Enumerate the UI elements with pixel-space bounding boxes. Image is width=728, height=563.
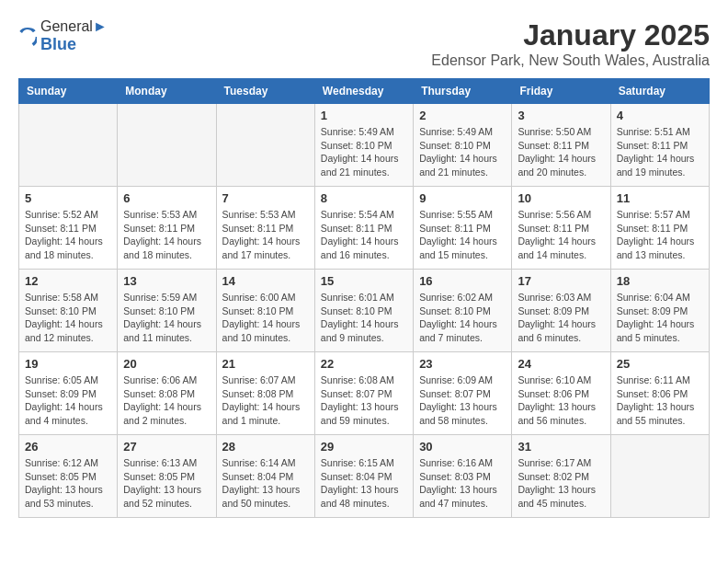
calendar-cell: 7Sunrise: 5:53 AM Sunset: 8:11 PM Daylig…: [216, 187, 314, 270]
day-info: Sunrise: 6:03 AM Sunset: 8:09 PM Dayligh…: [518, 291, 604, 345]
day-number: 31: [518, 440, 604, 454]
weekday-header-monday: Monday: [118, 79, 216, 104]
day-number: 20: [123, 357, 210, 371]
calendar-cell: 28Sunrise: 6:14 AM Sunset: 8:04 PM Dayli…: [216, 435, 314, 518]
day-number: 2: [419, 109, 506, 122]
weekday-header-tuesday: Tuesday: [216, 79, 314, 104]
day-info: Sunrise: 6:09 AM Sunset: 8:07 PM Dayligh…: [419, 373, 506, 428]
day-info: Sunrise: 6:04 AM Sunset: 8:09 PM Dayligh…: [617, 291, 703, 345]
calendar-cell: 12Sunrise: 5:58 AM Sunset: 8:10 PM Dayli…: [19, 270, 118, 352]
calendar-cell: 4Sunrise: 5:51 AM Sunset: 8:11 PM Daylig…: [610, 104, 709, 187]
logo-blue-text: ►: [93, 18, 108, 34]
day-number: 22: [321, 357, 407, 371]
calendar-cell: 17Sunrise: 6:03 AM Sunset: 8:09 PM Dayli…: [512, 270, 610, 352]
day-info: Sunrise: 5:57 AM Sunset: 8:11 PM Dayligh…: [617, 208, 703, 262]
weekday-header-friday: Friday: [512, 79, 610, 104]
day-info: Sunrise: 5:58 AM Sunset: 8:10 PM Dayligh…: [25, 291, 111, 345]
day-info: Sunrise: 5:51 AM Sunset: 8:11 PM Dayligh…: [617, 125, 703, 179]
calendar-cell: 9Sunrise: 5:55 AM Sunset: 8:11 PM Daylig…: [414, 187, 512, 270]
calendar-cell: [19, 104, 118, 187]
page-header: General► Blue January 2025 Edensor Park,…: [18, 18, 710, 69]
weekday-header-row: SundayMondayTuesdayWednesdayThursdayFrid…: [19, 79, 710, 104]
day-info: Sunrise: 6:06 AM Sunset: 8:08 PM Dayligh…: [123, 373, 210, 428]
day-info: Sunrise: 5:55 AM Sunset: 8:11 PM Dayligh…: [419, 208, 506, 262]
day-number: 30: [419, 440, 506, 454]
day-info: Sunrise: 6:05 AM Sunset: 8:09 PM Dayligh…: [25, 373, 111, 428]
day-number: 16: [419, 274, 506, 288]
day-info: Sunrise: 6:16 AM Sunset: 8:03 PM Dayligh…: [419, 456, 506, 511]
logo-icon: [18, 28, 37, 46]
day-info: Sunrise: 6:02 AM Sunset: 8:10 PM Dayligh…: [419, 291, 506, 345]
day-number: 19: [25, 357, 111, 371]
calendar-cell: 3Sunrise: 5:50 AM Sunset: 8:11 PM Daylig…: [512, 104, 610, 187]
calendar-cell: 15Sunrise: 6:01 AM Sunset: 8:10 PM Dayli…: [314, 270, 413, 352]
calendar-cell: 2Sunrise: 5:49 AM Sunset: 8:10 PM Daylig…: [414, 104, 512, 187]
day-info: Sunrise: 6:12 AM Sunset: 8:05 PM Dayligh…: [25, 456, 111, 511]
calendar-cell: 25Sunrise: 6:11 AM Sunset: 8:06 PM Dayli…: [610, 352, 709, 435]
day-number: 14: [222, 274, 309, 288]
calendar-week-row: 26Sunrise: 6:12 AM Sunset: 8:05 PM Dayli…: [19, 435, 710, 518]
day-info: Sunrise: 6:15 AM Sunset: 8:04 PM Dayligh…: [321, 456, 407, 511]
day-number: 9: [419, 191, 506, 205]
calendar-cell: [216, 104, 314, 187]
day-info: Sunrise: 6:01 AM Sunset: 8:10 PM Dayligh…: [321, 291, 407, 345]
logo-blue-word: Blue: [40, 35, 108, 54]
day-info: Sunrise: 5:49 AM Sunset: 8:10 PM Dayligh…: [321, 125, 407, 179]
day-number: 12: [25, 274, 111, 288]
calendar-cell: 31Sunrise: 6:17 AM Sunset: 8:02 PM Dayli…: [512, 435, 610, 518]
day-info: Sunrise: 6:17 AM Sunset: 8:02 PM Dayligh…: [518, 456, 604, 511]
calendar-cell: 21Sunrise: 6:07 AM Sunset: 8:08 PM Dayli…: [216, 352, 314, 435]
calendar-week-row: 12Sunrise: 5:58 AM Sunset: 8:10 PM Dayli…: [19, 270, 710, 352]
day-number: 13: [123, 274, 210, 288]
day-info: Sunrise: 6:11 AM Sunset: 8:06 PM Dayligh…: [617, 373, 703, 428]
day-number: 26: [25, 440, 111, 454]
calendar-cell: [118, 104, 216, 187]
weekday-header-wednesday: Wednesday: [314, 79, 413, 104]
calendar-table: SundayMondayTuesdayWednesdayThursdayFrid…: [18, 78, 710, 518]
calendar-cell: 14Sunrise: 6:00 AM Sunset: 8:10 PM Dayli…: [216, 270, 314, 352]
day-info: Sunrise: 6:07 AM Sunset: 8:08 PM Dayligh…: [222, 373, 309, 428]
calendar-cell: 16Sunrise: 6:02 AM Sunset: 8:10 PM Dayli…: [414, 270, 512, 352]
logo: General► Blue: [18, 18, 108, 54]
day-info: Sunrise: 5:49 AM Sunset: 8:10 PM Dayligh…: [419, 125, 506, 179]
day-number: 7: [222, 191, 309, 205]
day-number: 3: [518, 109, 604, 122]
calendar-cell: 18Sunrise: 6:04 AM Sunset: 8:09 PM Dayli…: [610, 270, 709, 352]
location-title: Edensor Park, New South Wales, Australia: [431, 52, 710, 69]
calendar-cell: 6Sunrise: 5:53 AM Sunset: 8:11 PM Daylig…: [118, 187, 216, 270]
calendar-week-row: 5Sunrise: 5:52 AM Sunset: 8:11 PM Daylig…: [19, 187, 710, 270]
day-info: Sunrise: 6:14 AM Sunset: 8:04 PM Dayligh…: [222, 456, 309, 511]
day-info: Sunrise: 5:59 AM Sunset: 8:10 PM Dayligh…: [123, 291, 210, 345]
day-info: Sunrise: 5:54 AM Sunset: 8:11 PM Dayligh…: [321, 208, 407, 262]
calendar-cell: 5Sunrise: 5:52 AM Sunset: 8:11 PM Daylig…: [19, 187, 118, 270]
day-number: 29: [321, 440, 407, 454]
calendar-week-row: 1Sunrise: 5:49 AM Sunset: 8:10 PM Daylig…: [19, 104, 710, 187]
day-number: 17: [518, 274, 604, 288]
day-info: Sunrise: 6:08 AM Sunset: 8:07 PM Dayligh…: [321, 373, 407, 428]
day-number: 25: [617, 357, 703, 371]
title-block: January 2025 Edensor Park, New South Wal…: [431, 18, 710, 69]
calendar-week-row: 19Sunrise: 6:05 AM Sunset: 8:09 PM Dayli…: [19, 352, 710, 435]
day-number: 15: [321, 274, 407, 288]
day-info: Sunrise: 6:00 AM Sunset: 8:10 PM Dayligh…: [222, 291, 309, 345]
calendar-cell: 1Sunrise: 5:49 AM Sunset: 8:10 PM Daylig…: [314, 104, 413, 187]
calendar-cell: 10Sunrise: 5:56 AM Sunset: 8:11 PM Dayli…: [512, 187, 610, 270]
day-number: 6: [123, 191, 210, 205]
calendar-body: 1Sunrise: 5:49 AM Sunset: 8:10 PM Daylig…: [19, 104, 710, 518]
day-number: 24: [518, 357, 604, 371]
day-number: 23: [419, 357, 506, 371]
calendar-cell: 20Sunrise: 6:06 AM Sunset: 8:08 PM Dayli…: [118, 352, 216, 435]
weekday-header-thursday: Thursday: [414, 79, 512, 104]
calendar-header: SundayMondayTuesdayWednesdayThursdayFrid…: [19, 79, 710, 104]
day-number: 18: [617, 274, 703, 288]
day-info: Sunrise: 5:53 AM Sunset: 8:11 PM Dayligh…: [123, 208, 210, 262]
logo-general-text: General: [40, 18, 93, 34]
day-number: 1: [321, 109, 407, 122]
day-info: Sunrise: 5:50 AM Sunset: 8:11 PM Dayligh…: [518, 125, 604, 179]
weekday-header-saturday: Saturday: [610, 79, 709, 104]
day-info: Sunrise: 6:13 AM Sunset: 8:05 PM Dayligh…: [123, 456, 210, 511]
calendar-cell: 13Sunrise: 5:59 AM Sunset: 8:10 PM Dayli…: [118, 270, 216, 352]
day-number: 10: [518, 191, 604, 205]
calendar-cell: 24Sunrise: 6:10 AM Sunset: 8:06 PM Dayli…: [512, 352, 610, 435]
calendar-cell: 26Sunrise: 6:12 AM Sunset: 8:05 PM Dayli…: [19, 435, 118, 518]
